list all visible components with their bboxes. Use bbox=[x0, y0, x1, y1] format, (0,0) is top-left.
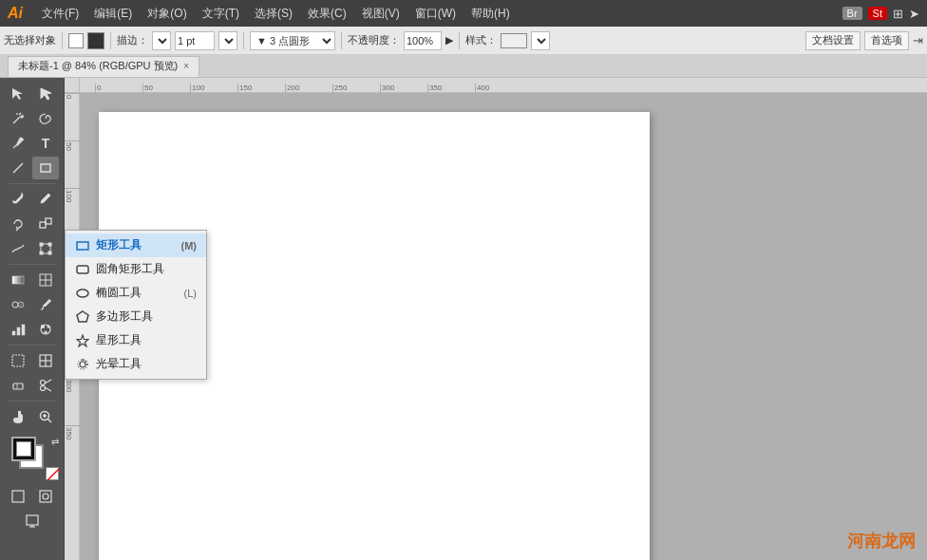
point-shape-select[interactable]: ▼ 3 点圆形 bbox=[250, 31, 335, 50]
svg-rect-21 bbox=[12, 331, 15, 335]
flare-tool-menu-item[interactable]: 光晕工具 bbox=[66, 352, 206, 376]
selection-tool[interactable] bbox=[5, 83, 31, 105]
send-icon[interactable]: ➤ bbox=[909, 7, 919, 21]
sidebar: T bbox=[0, 78, 65, 560]
svg-rect-8 bbox=[46, 218, 51, 224]
direct-selection-tool[interactable] bbox=[32, 83, 59, 105]
separator-tools-2 bbox=[9, 264, 56, 265]
panel-toggle-icon[interactable]: ⇥ bbox=[913, 33, 923, 47]
stroke-label: 描边： bbox=[117, 33, 148, 47]
scissors-tool[interactable] bbox=[32, 374, 59, 397]
menu-effect[interactable]: 效果(C) bbox=[300, 4, 354, 24]
menu-help[interactable]: 帮助(H) bbox=[464, 4, 518, 24]
chart-tool[interactable] bbox=[5, 318, 31, 341]
symbol-sprayer-tool[interactable] bbox=[32, 318, 59, 341]
slice-tool[interactable] bbox=[32, 349, 59, 372]
paintbrush-tool[interactable] bbox=[5, 188, 31, 211]
rotate-tool[interactable] bbox=[5, 213, 31, 235]
artboard-tool[interactable] bbox=[5, 349, 31, 372]
rectangle-icon bbox=[75, 238, 90, 253]
hand-tool[interactable] bbox=[5, 405, 31, 428]
menu-file[interactable]: 文件(F) bbox=[34, 4, 86, 24]
separator-1 bbox=[62, 32, 63, 49]
eyedropper-tool[interactable] bbox=[32, 293, 59, 316]
ruler-top: 0 50 100 150 200 250 300 350 400 bbox=[80, 78, 927, 93]
opacity-arrow[interactable]: ▶ bbox=[445, 34, 453, 47]
svg-point-27 bbox=[45, 331, 47, 333]
rounded-rectangle-tool-menu-item[interactable]: 圆角矩形工具 bbox=[66, 257, 206, 281]
rectangle-tool-label: 矩形工具 bbox=[96, 237, 142, 253]
separator-2 bbox=[110, 32, 111, 49]
gradient-tool[interactable] bbox=[5, 269, 31, 291]
lasso-tool[interactable] bbox=[32, 107, 59, 130]
tool-row-selection bbox=[0, 82, 64, 106]
stroke-select[interactable]: ▼ bbox=[152, 31, 171, 50]
stroke-value-input[interactable]: 1 pt bbox=[175, 31, 215, 50]
screen-mode-icon[interactable] bbox=[19, 510, 46, 532]
stroke-color-box[interactable] bbox=[11, 437, 36, 461]
rectangle-tool-menu-item[interactable]: 矩形工具 (M) bbox=[66, 233, 206, 257]
ellipse-tool-menu-item[interactable]: 椭圆工具 (L) bbox=[66, 281, 206, 305]
svg-rect-23 bbox=[22, 325, 25, 335]
svg-rect-49 bbox=[77, 242, 88, 250]
menu-bar: 文件(F) 编辑(E) 对象(O) 文字(T) 选择(S) 效果(C) 视图(V… bbox=[34, 4, 518, 24]
blend-tool[interactable] bbox=[5, 293, 31, 316]
zoom-tool[interactable] bbox=[32, 405, 59, 428]
style-select[interactable]: ▼ bbox=[531, 31, 550, 50]
magic-wand-tool[interactable] bbox=[5, 107, 31, 130]
shape-tool[interactable] bbox=[32, 157, 59, 179]
shape-tool-menu: 矩形工具 (M) 圆角矩形工具 椭圆工具 (L) 多边形工具 星形工具 光晕工具 bbox=[65, 230, 207, 380]
tool-row-rotate bbox=[0, 212, 64, 236]
style-swatch[interactable] bbox=[501, 33, 527, 48]
pen-tool[interactable] bbox=[5, 132, 31, 155]
svg-line-42 bbox=[47, 469, 59, 480]
line-segment-tool[interactable] bbox=[5, 157, 31, 179]
flare-tool-label: 光晕工具 bbox=[96, 356, 142, 372]
polygon-tool-menu-item[interactable]: 多边形工具 bbox=[66, 305, 206, 328]
tab-close-button[interactable]: × bbox=[183, 61, 189, 71]
scale-tool[interactable] bbox=[32, 213, 59, 235]
menu-object[interactable]: 对象(O) bbox=[140, 4, 194, 24]
grid-icon[interactable]: ⊞ bbox=[893, 7, 903, 21]
preferences-button[interactable]: 首选项 bbox=[864, 31, 909, 50]
none-swatch[interactable] bbox=[46, 467, 59, 480]
free-transform-tool[interactable] bbox=[32, 237, 59, 260]
rectangle-tool-shortcut: (M) bbox=[181, 240, 198, 252]
menu-view[interactable]: 视图(V) bbox=[354, 4, 407, 24]
tool-row-hand-zoom bbox=[0, 404, 64, 429]
tool-row-magic-lasso bbox=[0, 106, 64, 131]
star-tool-menu-item[interactable]: 星形工具 bbox=[66, 328, 206, 352]
svg-point-54 bbox=[80, 362, 85, 367]
svg-line-4 bbox=[13, 145, 16, 148]
separator-4 bbox=[341, 32, 342, 49]
eraser-tool[interactable] bbox=[5, 374, 31, 397]
svg-rect-10 bbox=[40, 243, 43, 246]
menu-text[interactable]: 文字(T) bbox=[195, 4, 247, 24]
menu-select[interactable]: 选择(S) bbox=[247, 4, 300, 24]
normal-mode-icon[interactable] bbox=[5, 485, 31, 508]
polygon-icon bbox=[75, 309, 90, 325]
mesh-tool[interactable] bbox=[32, 269, 59, 291]
ruler-tick: 150 bbox=[237, 84, 285, 93]
tool-row-warp bbox=[0, 236, 64, 261]
type-tool[interactable]: T bbox=[32, 132, 59, 155]
menu-edit[interactable]: 编辑(E) bbox=[86, 4, 140, 24]
opacity-input[interactable]: 100% bbox=[404, 31, 442, 50]
ruler-tick: 50 bbox=[142, 84, 190, 93]
svg-rect-13 bbox=[48, 252, 51, 254]
draw-inside-icon[interactable] bbox=[32, 485, 59, 508]
rounded-rectangle-icon bbox=[75, 262, 90, 277]
flare-icon bbox=[75, 357, 90, 372]
swap-colors-icon[interactable]: ⇄ bbox=[51, 437, 59, 447]
fill-color-inner bbox=[16, 441, 31, 457]
stroke-unit-select[interactable]: ▼ bbox=[218, 31, 237, 50]
document-tab[interactable]: 未标题-1 @ 84% (RGB/GPU 预览) × bbox=[8, 56, 199, 77]
pencil-tool[interactable] bbox=[32, 188, 59, 211]
menu-window[interactable]: 窗口(W) bbox=[407, 4, 464, 24]
opacity-label: 不透明度： bbox=[348, 33, 400, 47]
warp-tool[interactable] bbox=[5, 237, 31, 260]
tab-bar: 未标题-1 @ 84% (RGB/GPU 预览) × bbox=[0, 55, 927, 78]
stroke-color-swatch[interactable] bbox=[87, 32, 104, 49]
fill-swatch[interactable] bbox=[68, 33, 84, 48]
doc-settings-button[interactable]: 文档设置 bbox=[805, 31, 861, 50]
